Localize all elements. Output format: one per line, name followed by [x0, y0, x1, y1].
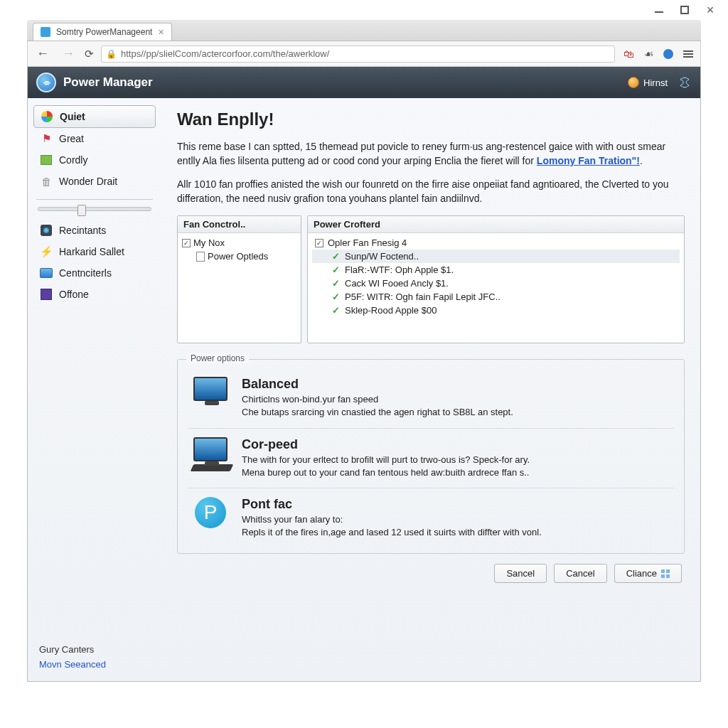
- group-legend: Power options: [186, 353, 249, 363]
- tree-child-label: Power Optleds: [208, 251, 268, 262]
- sidebar-item-label: Great: [59, 133, 84, 144]
- app-title: Power Manager: [63, 75, 153, 90]
- settings-icon[interactable]: ⛻: [679, 75, 692, 90]
- check-icon: ✓: [331, 278, 341, 289]
- intro-paragraph: This reme base I can sptted, 15 themead …: [177, 139, 675, 168]
- checkbox-icon[interactable]: ✓: [182, 239, 191, 247]
- fan-control-header: Fan Conctrol..: [178, 216, 301, 233]
- option-line: Repls it of the fires in,age and lased 1…: [242, 526, 671, 539]
- centnciterls-icon: [39, 267, 53, 279]
- sidebar-item-label: Cordly: [59, 154, 87, 166]
- sidebar-item-centnciterls[interactable]: Centnciterls: [33, 262, 156, 284]
- list-item[interactable]: ✓ P5F: WITR: Ogh fain Fapil Lepit JFC..: [312, 290, 680, 304]
- app-header: ⌯ Power Manager Hirnst ⛻: [28, 67, 700, 98]
- app-window: ⌯ Power Manager Hirnst ⛻ Quiet ⚑ Great C…: [27, 67, 701, 682]
- dialog-footer: Sancel Cancel Cliance: [177, 554, 685, 583]
- windows-icon: [661, 569, 670, 578]
- power-option-pontfac[interactable]: P Pont fac Whitlss your fan alary to: Re…: [188, 488, 674, 547]
- cordly-icon: [39, 154, 53, 166]
- extension-shopping-icon[interactable]: 🛍: [622, 48, 635, 60]
- sidebar-item-great[interactable]: ⚑ Great: [33, 128, 156, 149]
- browser-menu-icon[interactable]: [682, 48, 695, 60]
- browser-tab[interactable]: Somtry PowerManageent ×: [33, 23, 172, 41]
- sidebar-item-label: Offone: [59, 289, 89, 300]
- option-line: The with for your erltect to brofilt wil…: [242, 454, 671, 466]
- app-body: Quiet ⚑ Great Cordly 🗑 Wonder Drait Reci…: [28, 98, 700, 681]
- power-option-corpeed[interactable]: Cor-peed The with for your erltect to br…: [188, 428, 674, 488]
- tree-root[interactable]: ✓ My Nox: [182, 236, 296, 250]
- app-logo-icon: ⌯: [36, 73, 56, 92]
- sidebar-footer-link-2[interactable]: Movn Seeanced: [39, 659, 150, 670]
- list-item-label: FlaR:-WTF: Oph Apple $1.: [345, 264, 454, 275]
- wonder-icon: 🗑: [39, 175, 53, 188]
- sidebar-item-label: Centnciterls: [59, 267, 112, 279]
- tab-close-icon[interactable]: ×: [158, 26, 164, 38]
- option-line: Chirticlns won-bind.yur fan speed: [242, 393, 671, 406]
- sidebar-item-label: Harkarid Sallet: [59, 246, 124, 257]
- intro-paragraph-2: Allr 1010 fan proffies anisted the wish …: [177, 177, 685, 206]
- sidebar-footer-link-1[interactable]: Gury Canters: [39, 644, 150, 655]
- list-item-label: Cack WI Fooed Ancly $1.: [345, 278, 449, 289]
- great-icon: ⚑: [39, 132, 53, 145]
- power-crofterd-header: Power Crofterd: [308, 216, 684, 233]
- monitor-icon: [191, 377, 230, 419]
- checkbox-icon[interactable]: ✓: [315, 239, 323, 247]
- list-item[interactable]: ✓ Cack WI Fooed Ancly $1.: [312, 277, 680, 290]
- back-button[interactable]: ←: [33, 46, 52, 61]
- sidebar-item-wonder[interactable]: 🗑 Wonder Drait: [33, 171, 156, 192]
- sancel-button[interactable]: Sancel: [494, 564, 547, 583]
- sidebar-item-recintants[interactable]: Recintants: [33, 220, 156, 241]
- sidebar-item-harkarid[interactable]: ⚡ Harkarid Sallet: [33, 241, 156, 262]
- address-bar[interactable]: 🔒 https//pp/slielCcom/actercorfoor.com/t…: [101, 46, 615, 63]
- list-item[interactable]: ✓ Sunp/W Foctend..: [312, 250, 680, 263]
- user-avatar-icon: [628, 77, 639, 88]
- forward-button: →: [59, 46, 77, 61]
- sidebar-slider[interactable]: [38, 207, 151, 211]
- tree-child[interactable]: Power Optleds: [182, 250, 296, 263]
- minimize-icon[interactable]: [654, 5, 664, 15]
- list-root[interactable]: ✓ Opler Fan Fnesig 4: [312, 236, 680, 250]
- check-icon: ✓: [331, 291, 341, 302]
- button-label: Cancel: [566, 568, 594, 579]
- list-item-label: P5F: WITR: Ogh fain Fapil Lepit JFC..: [345, 291, 500, 302]
- reload-button[interactable]: ⟳: [85, 48, 94, 60]
- check-icon: ✓: [331, 305, 341, 316]
- extension-hand-icon[interactable]: ☙: [642, 48, 655, 60]
- page-title: Wan Enplly!: [177, 109, 685, 129]
- intro-text-post: .: [640, 155, 643, 166]
- extension-blue-icon[interactable]: [662, 48, 675, 60]
- cliance-button[interactable]: Cliance: [614, 564, 682, 583]
- check-icon: ✓: [331, 251, 341, 262]
- fan-control-body: ✓ My Nox Power Optleds: [178, 233, 301, 266]
- sidebar-item-quiet[interactable]: Quiet: [33, 105, 156, 128]
- power-option-balanced[interactable]: Balanced Chirticlns won-bind.yur fan spe…: [188, 368, 674, 427]
- cancel-button[interactable]: Cancel: [554, 564, 606, 583]
- offone-icon: [39, 288, 53, 301]
- sidebar-item-cordly[interactable]: Cordly: [33, 149, 156, 171]
- option-title: Balanced: [242, 377, 671, 392]
- option-line: Che butaps srarcing vin cnastied the age…: [242, 406, 671, 419]
- list-item-label: Sklep-Rood Apple $00: [345, 305, 437, 316]
- browser-toolbar: ← → ⟳ 🔒 https//pp/slielCcom/actercorfoor…: [27, 41, 701, 67]
- sidebar-footer: Gury Canters Movn Seeanced: [33, 644, 156, 674]
- power-crofterd-body: ✓ Opler Fan Fnesig 4 ✓ Sunp/W Foctend.. …: [308, 233, 684, 320]
- lock-icon: 🔒: [106, 49, 117, 59]
- maximize-icon[interactable]: [680, 5, 690, 15]
- browser-tabstrip: Somtry PowerManageent ×: [27, 20, 701, 41]
- sidebar-item-label: Quiet: [60, 111, 85, 122]
- intro-link[interactable]: Lomony Fan Tration"!: [537, 155, 640, 166]
- monitor-keyboard-icon: [191, 437, 230, 479]
- panes-container: Fan Conctrol.. ✓ My Nox Power Optleds Po: [177, 215, 685, 343]
- fan-control-pane: Fan Conctrol.. ✓ My Nox Power Optleds: [177, 215, 301, 343]
- option-title: Cor-peed: [242, 437, 671, 452]
- list-item[interactable]: ✓ FlaR:-WTF: Oph Apple $1.: [312, 263, 680, 277]
- list-root-label: Opler Fan Fnesig 4: [328, 237, 407, 248]
- close-icon[interactable]: ×: [705, 5, 715, 15]
- user-menu[interactable]: Hirnst ⛻: [628, 75, 692, 90]
- option-title: Pont fac: [242, 497, 671, 512]
- check-icon: ✓: [331, 264, 341, 275]
- power-options-group: Power options Balanced Chirticlns won-bi…: [177, 359, 685, 554]
- list-item[interactable]: ✓ Sklep-Rood Apple $00: [312, 304, 680, 317]
- tab-favicon-icon: [41, 27, 50, 37]
- sidebar-item-offone[interactable]: Offone: [33, 284, 156, 305]
